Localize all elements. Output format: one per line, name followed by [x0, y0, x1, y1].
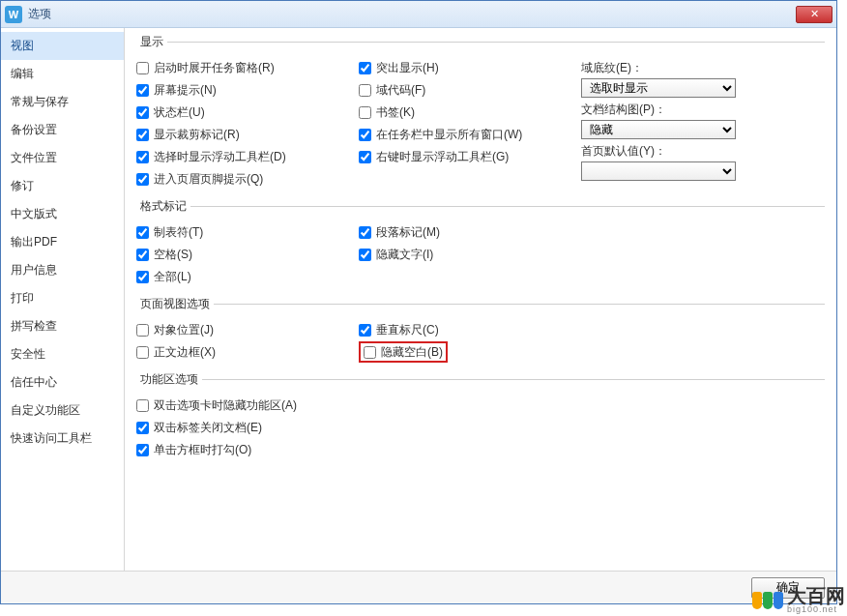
- chk-text-border[interactable]: [136, 346, 149, 359]
- watermark-url: big100.net: [787, 605, 845, 614]
- lbl-field-shading: 域底纹(E)：: [581, 58, 825, 77]
- window-title: 选项: [28, 6, 51, 22]
- options-window: W 选项 ✕ 视图 编辑 常规与保存 备份设置 文件位置 修订 中文版式 输出P…: [0, 0, 837, 604]
- sidebar-item-chinese-layout[interactable]: 中文版式: [1, 200, 124, 228]
- select-first-page[interactable]: [581, 161, 736, 181]
- titlebar: W 选项 ✕: [1, 1, 836, 28]
- highlight-hide-blank: 隐藏空白(B): [359, 341, 448, 363]
- sidebar-item-view[interactable]: 视图: [1, 32, 124, 60]
- sidebar-item-spellcheck[interactable]: 拼写检查: [1, 312, 124, 340]
- lbl-float-rightclick[interactable]: 右键时显示浮动工具栏(G): [376, 149, 509, 165]
- chk-object-pos[interactable]: [136, 324, 149, 337]
- chk-field-code[interactable]: [359, 84, 371, 97]
- group-ribbon-legend: 功能区选项: [136, 371, 202, 388]
- chk-hide-blank[interactable]: [364, 346, 376, 359]
- lbl-screen-tip[interactable]: 屏幕提示(N): [154, 82, 217, 99]
- lbl-hide-blank[interactable]: 隐藏空白(B): [381, 344, 443, 361]
- lbl-vertical-ruler[interactable]: 垂直标尺(C): [376, 322, 439, 338]
- lbl-bookmark[interactable]: 书签(K): [376, 104, 415, 121]
- group-pageview: 页面视图选项 对象位置(J) 正文边框(X) 垂直标尺(C) 隐藏空白(B): [136, 296, 825, 367]
- chk-paragraph[interactable]: [359, 226, 371, 239]
- chk-status-bar[interactable]: [136, 106, 149, 119]
- chk-bookmark[interactable]: [359, 106, 371, 119]
- chk-screen-tip[interactable]: [136, 84, 149, 97]
- chk-space[interactable]: [136, 249, 149, 261]
- lbl-doc-map: 文档结构图(P)：: [581, 100, 825, 119]
- group-display-legend: 显示: [136, 34, 167, 50]
- sidebar-item-file-location[interactable]: 文件位置: [1, 144, 124, 172]
- close-button[interactable]: ✕: [796, 6, 832, 23]
- group-format-legend: 格式标记: [136, 198, 190, 215]
- sidebar-item-customize-ribbon[interactable]: 自定义功能区: [1, 396, 124, 425]
- chk-float-rightclick[interactable]: [359, 151, 371, 163]
- lbl-dblclick-label-close[interactable]: 双击标签关闭文档(E): [154, 420, 262, 436]
- lbl-header-footer-tip[interactable]: 进入页眉页脚提示(Q): [154, 171, 263, 188]
- chk-task-pane[interactable]: [136, 62, 149, 74]
- chk-vertical-ruler[interactable]: [359, 324, 371, 337]
- chk-crop-marks[interactable]: [136, 129, 149, 141]
- sidebar-item-revision[interactable]: 修订: [1, 172, 124, 200]
- body: 视图 编辑 常规与保存 备份设置 文件位置 修订 中文版式 输出PDF 用户信息…: [1, 28, 836, 571]
- sidebar-item-security[interactable]: 安全性: [1, 340, 124, 368]
- group-ribbon: 功能区选项 双击选项卡时隐藏功能区(A) 双击标签关闭文档(E) 单击方框时打勾…: [136, 371, 825, 465]
- lbl-text-border[interactable]: 正文边框(X): [154, 344, 216, 361]
- select-doc-map[interactable]: 隐藏: [581, 120, 736, 139]
- select-field-shading[interactable]: 选取时显示: [581, 78, 736, 98]
- chk-dblclick-tab-hide[interactable]: [136, 399, 149, 412]
- lbl-field-code[interactable]: 域代码(F): [376, 82, 425, 99]
- sidebar: 视图 编辑 常规与保存 备份设置 文件位置 修订 中文版式 输出PDF 用户信息…: [1, 28, 125, 571]
- sidebar-item-output-pdf[interactable]: 输出PDF: [1, 228, 124, 256]
- lbl-first-page: 首页默认值(Y)：: [581, 141, 825, 161]
- lbl-tab[interactable]: 制表符(T): [154, 224, 203, 241]
- app-icon: W: [5, 6, 22, 23]
- chk-all[interactable]: [136, 271, 149, 283]
- lbl-float-select[interactable]: 选择时显示浮动工具栏(D): [154, 149, 286, 165]
- lbl-status-bar[interactable]: 状态栏(U): [154, 104, 205, 121]
- group-format: 格式标记 制表符(T) 空格(S) 全部(L) 段落标记(M) 隐藏文字(I): [136, 198, 825, 292]
- lbl-click-box-check[interactable]: 单击方框时打勾(O): [154, 442, 251, 458]
- chk-click-box-check[interactable]: [136, 444, 149, 456]
- footer: 确定: [1, 571, 836, 603]
- sidebar-item-user-info[interactable]: 用户信息: [1, 256, 124, 284]
- lbl-paragraph[interactable]: 段落标记(M): [376, 224, 440, 241]
- chk-highlight[interactable]: [359, 62, 371, 74]
- chk-dblclick-label-close[interactable]: [136, 422, 149, 434]
- chk-float-select[interactable]: [136, 151, 149, 163]
- lbl-highlight[interactable]: 突出显示(H): [376, 60, 439, 76]
- lbl-space[interactable]: 空格(S): [154, 247, 192, 263]
- sidebar-item-quick-access[interactable]: 快速访问工具栏: [1, 425, 124, 453]
- lbl-taskbar-windows[interactable]: 在任务栏中显示所有窗口(W): [376, 127, 522, 143]
- lbl-hidden-text[interactable]: 隐藏文字(I): [376, 247, 433, 263]
- lbl-task-pane[interactable]: 启动时展开任务窗格(R): [154, 60, 275, 76]
- sidebar-item-general-save[interactable]: 常规与保存: [1, 88, 124, 116]
- sidebar-item-trust-center[interactable]: 信任中心: [1, 368, 124, 396]
- lbl-all[interactable]: 全部(L): [154, 269, 191, 285]
- lbl-dblclick-tab-hide[interactable]: 双击选项卡时隐藏功能区(A): [154, 397, 297, 414]
- sidebar-item-print[interactable]: 打印: [1, 284, 124, 312]
- chk-hidden-text[interactable]: [359, 249, 371, 261]
- ok-button[interactable]: 确定: [751, 577, 825, 599]
- chk-tab[interactable]: [136, 226, 149, 239]
- chk-taskbar-windows[interactable]: [359, 129, 371, 141]
- sidebar-item-edit[interactable]: 编辑: [1, 60, 124, 88]
- lbl-crop-marks[interactable]: 显示裁剪标记(R): [154, 127, 240, 143]
- content-area: 显示 启动时展开任务窗格(R) 屏幕提示(N) 状态栏(U) 显示裁剪标记(R)…: [125, 28, 836, 571]
- chk-header-footer-tip[interactable]: [136, 173, 149, 186]
- group-pageview-legend: 页面视图选项: [136, 296, 214, 312]
- sidebar-item-backup[interactable]: 备份设置: [1, 116, 124, 144]
- group-display: 显示 启动时展开任务窗格(R) 屏幕提示(N) 状态栏(U) 显示裁剪标记(R)…: [136, 34, 825, 194]
- lbl-object-pos[interactable]: 对象位置(J): [154, 322, 214, 338]
